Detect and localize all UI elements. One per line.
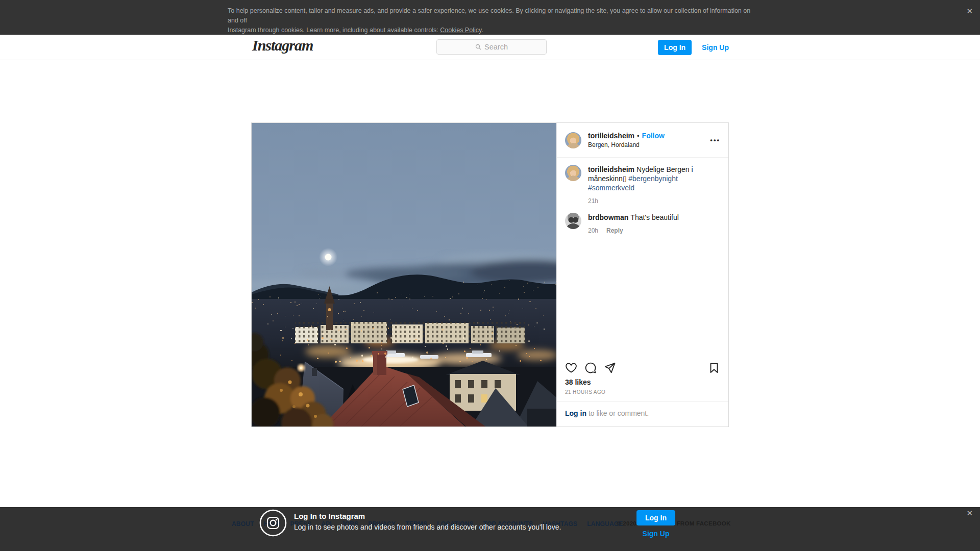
commenter-avatar[interactable] [565,213,581,229]
footer-link-about[interactable]: ABOUT [232,520,254,528]
footer-close-icon[interactable]: ✕ [966,509,973,517]
likes-count[interactable]: 38 likes [557,374,728,386]
signup-link[interactable]: Sign Up [702,43,729,52]
footer: ABOUTHELPPRESSAPIJOBSPRIVACYTERMSLOCATIO… [0,507,980,551]
caption-timestamp: 21h [588,197,598,205]
footer-login-button[interactable]: Log In [636,510,675,525]
site-header: Instagram Search Log In Sign Up [0,35,980,60]
post-timestamp: 21 HOURS AGO [557,386,728,401]
author-username[interactable]: torilleidsheim [588,132,634,140]
comment-row: brdbowmanThat's beautiful 20h Reply [565,213,720,234]
login-prompt-link[interactable]: Log in [565,409,586,417]
commenter-username[interactable]: brdbowman [588,213,628,221]
login-button[interactable]: Log In [658,40,692,55]
share-plane-icon[interactable] [604,362,616,374]
cookie-line1: To help personalize content, tailor and … [228,6,758,26]
cookie-text: To help personalize content, tailor and … [228,6,758,35]
caption-text: torilleidsheimNydelige Bergen i måneskin… [588,165,716,192]
hashtag-bergenbynight[interactable]: #bergenbynight [628,174,678,183]
close-icon[interactable]: ✕ [966,7,973,15]
login-prompt: Log in to like or comment. [557,401,728,427]
post-header: torilleidsheim • Follow Bergen, Hordalan… [557,123,728,158]
post-image[interactable] [252,123,556,427]
comment-bubble-icon[interactable] [584,362,597,374]
reply-button[interactable]: Reply [606,227,623,234]
cookie-banner: To help personalize content, tailor and … [0,0,980,35]
post-article: torilleidsheim • Follow Bergen, Hordalan… [251,122,729,427]
comment-text: brdbowmanThat's beautiful [588,213,679,222]
more-options-icon[interactable]: ••• [710,136,720,144]
comments-section: torilleidsheimNydelige Bergen i måneskin… [557,158,728,358]
cookies-policy-link[interactable]: Cookies Policy [440,27,481,34]
footer-signup-link[interactable]: Sign Up [636,530,675,538]
footer-banner-title: Log In to Instagram [294,512,365,520]
caption-avatar[interactable] [565,165,581,181]
follow-button[interactable]: Follow [642,132,665,140]
instagram-wordmark-logo[interactable]: Instagram [252,37,313,54]
like-heart-icon[interactable] [565,362,577,374]
save-bookmark-icon[interactable] [708,362,720,374]
instagram-glyph-icon [259,509,287,537]
hashtag-sommerkveld[interactable]: #sommerkveld [588,184,634,192]
search-input[interactable]: Search [436,39,547,55]
search-placeholder: Search [484,43,508,51]
comment-timestamp: 20h [588,227,598,234]
action-bar [557,358,728,374]
dot-separator: • [637,132,640,140]
caption-author[interactable]: torilleidsheim [588,165,634,173]
bergen-night-photo [252,123,556,427]
author-avatar[interactable] [565,132,581,148]
post-location[interactable]: Bergen, Hordaland [588,141,703,148]
caption-row: torilleidsheimNydelige Bergen i måneskin… [565,165,720,205]
post-panel: torilleidsheim • Follow Bergen, Hordalan… [556,123,728,427]
cookie-line2: Instagram through cookies. Learn more, i… [228,26,758,35]
search-icon [475,44,481,50]
footer-banner-subtitle: Log in to see photos and videos from fri… [294,523,561,531]
